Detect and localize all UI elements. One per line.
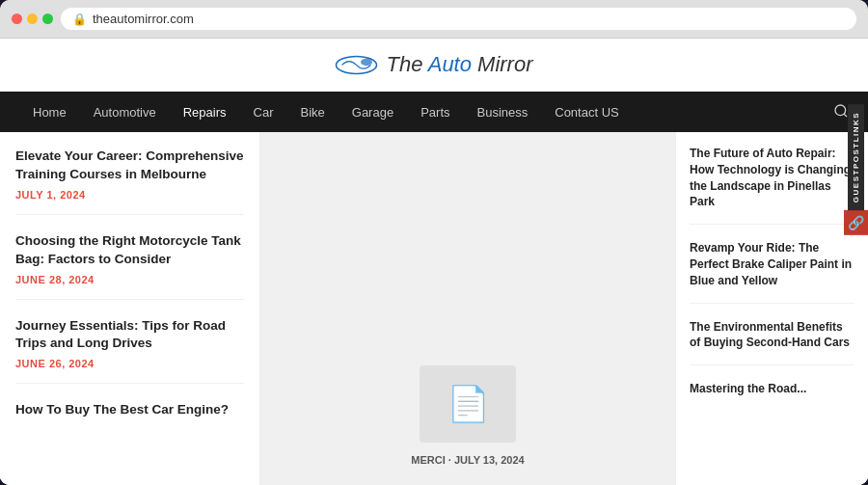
- website-content: The Auto Mirror Home Automotive Repairs …: [0, 39, 868, 485]
- sidebar-article-title[interactable]: Revamp Your Ride: The Perfect Brake Cali…: [690, 240, 854, 288]
- document-icon: 📄: [447, 384, 490, 424]
- sidebar-article: Revamp Your Ride: The Perfect Brake Cali…: [690, 240, 854, 303]
- lock-icon: 🔒: [72, 13, 87, 26]
- article-item: How To Buy The Best Car Engine?: [15, 401, 244, 438]
- article-item: Journey Essentials: Tips for Road Trips …: [15, 317, 244, 385]
- sidebar-article: Mastering the Road...: [690, 381, 854, 411]
- articles-panel: Elevate Your Career: Comprehensive Train…: [0, 132, 260, 485]
- nav-item-repairs[interactable]: Repairs: [170, 92, 240, 132]
- guestpostlinks-badge[interactable]: GUESTPOSTLINKS 🔗: [844, 104, 868, 235]
- sidebar-article-title[interactable]: The Future of Auto Repair: How Technolog…: [690, 146, 854, 210]
- minimize-button[interactable]: [27, 13, 38, 24]
- logo-area: The Auto Mirror: [19, 50, 849, 79]
- nav-links: Home Automotive Repairs Car Bike Garage …: [19, 92, 633, 132]
- guestpostlinks-icon-box: 🔗: [844, 210, 868, 235]
- traffic-lights: [12, 13, 53, 24]
- nav-item-parts[interactable]: Parts: [407, 92, 463, 132]
- browser-window: 🔒 theautomirror.com The Auto Mirror Home: [0, 0, 868, 485]
- nav-item-contact[interactable]: Contact US: [541, 92, 632, 132]
- guestpostlinks-icon: 🔗: [848, 215, 864, 230]
- article-date: JUNE 28, 2024: [15, 274, 244, 285]
- logo-text: The Auto Mirror: [386, 52, 532, 77]
- article-date: JUNE 26, 2024: [15, 358, 244, 369]
- svg-point-1: [361, 59, 372, 67]
- nav-item-business[interactable]: Business: [464, 92, 542, 132]
- nav-item-car[interactable]: Car: [240, 92, 287, 132]
- address-bar[interactable]: 🔒 theautomirror.com: [61, 8, 856, 30]
- article-item: Elevate Your Career: Comprehensive Train…: [15, 148, 244, 215]
- featured-image: 📄: [420, 365, 516, 443]
- sidebar-article: The Future of Auto Repair: How Technolog…: [690, 146, 854, 225]
- sidebar-panel: The Future of Auto Repair: How Technolog…: [675, 132, 868, 485]
- article-title[interactable]: Choosing the Right Motorcycle Tank Bag: …: [15, 232, 244, 269]
- nav-item-garage[interactable]: Garage: [339, 92, 407, 132]
- sidebar-article-title[interactable]: The Environmental Benefits of Buying Sec…: [690, 319, 854, 352]
- article-title[interactable]: Journey Essentials: Tips for Road Trips …: [15, 317, 244, 354]
- site-header: The Auto Mirror: [0, 39, 868, 92]
- article-title[interactable]: How To Buy The Best Car Engine?: [15, 401, 244, 419]
- browser-chrome: 🔒 theautomirror.com: [0, 0, 868, 39]
- sidebar-article-title[interactable]: Mastering the Road...: [690, 381, 854, 397]
- nav-item-bike[interactable]: Bike: [286, 92, 338, 132]
- nav-item-home[interactable]: Home: [19, 92, 80, 132]
- article-item: Choosing the Right Motorcycle Tank Bag: …: [15, 232, 244, 300]
- guestpostlinks-label: GUESTPOSTLINKS: [848, 104, 864, 210]
- close-button[interactable]: [12, 13, 22, 24]
- main-content: Elevate Your Career: Comprehensive Train…: [0, 132, 868, 485]
- article-title[interactable]: Elevate Your Career: Comprehensive Train…: [15, 148, 244, 184]
- nav-bar: Home Automotive Repairs Car Bike Garage …: [0, 92, 868, 132]
- url-text: theautomirror.com: [93, 12, 194, 26]
- center-content: 📄 MERCI · JULY 13, 2024: [260, 132, 675, 485]
- article-date: JULY 1, 2024: [15, 189, 244, 201]
- sidebar-article: The Environmental Benefits of Buying Sec…: [690, 319, 854, 366]
- maximize-button[interactable]: [42, 13, 53, 24]
- logo-icon: [335, 50, 378, 79]
- featured-meta: MERCI · JULY 13, 2024: [411, 454, 524, 466]
- nav-item-automotive[interactable]: Automotive: [80, 92, 170, 132]
